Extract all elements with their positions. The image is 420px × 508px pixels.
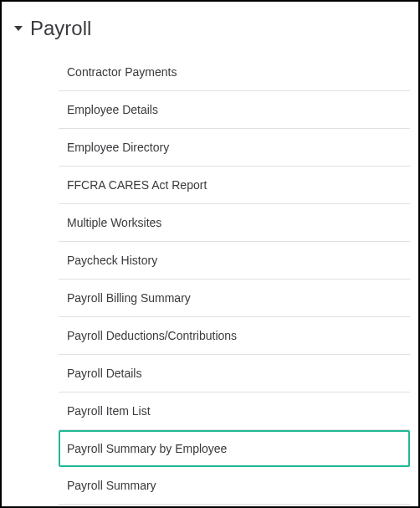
list-item[interactable]: Payroll Summary [59,467,410,505]
list-item-label: Payroll Details [67,367,141,380]
list-item-label: Multiple Worksites [67,216,161,229]
list-item-label: Payroll Deductions/Contributions [67,329,237,342]
payroll-section-header[interactable]: Payroll [2,10,418,47]
list-item[interactable]: Payroll Summary by Employee [59,430,410,467]
list-item-label: Payroll Summary [67,479,156,492]
list-item-label: FFCRA CARES Act Report [67,178,207,192]
list-item[interactable]: Payroll Billing Summary [59,280,410,317]
list-item[interactable]: Employee Directory [59,129,410,167]
list-item-label: Paycheck History [67,254,157,267]
chevron-down-icon [12,22,25,35]
list-item-label: Payroll Summary by Employee [67,442,227,455]
list-item[interactable]: Contractor Payments [59,54,410,91]
list-item[interactable]: FFCRA CARES Act Report [59,167,410,204]
list-item-label: Payroll Billing Summary [67,291,191,305]
list-item-label: Employee Directory [67,141,169,154]
list-item[interactable]: Payroll Deductions/Contributions [59,317,410,355]
payroll-report-list: Contractor PaymentsEmployee DetailsEmplo… [2,54,418,505]
list-item-label: Payroll Item List [67,404,151,418]
list-item[interactable]: Multiple Worksites [59,204,410,242]
list-item-label: Employee Details [67,103,158,116]
list-item[interactable]: Payroll Details [59,355,410,393]
section-title: Payroll [30,17,91,40]
list-item[interactable]: Payroll Item List [59,393,410,430]
list-item-label: Contractor Payments [67,65,177,79]
list-item[interactable]: Paycheck History [59,242,410,280]
list-item[interactable]: Employee Details [59,91,410,129]
